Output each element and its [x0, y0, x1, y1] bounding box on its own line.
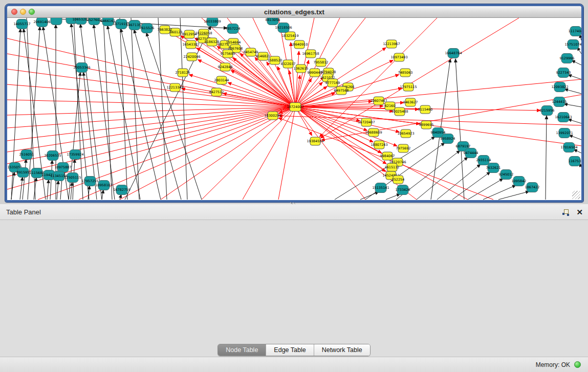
graph-node[interactable]: 8427512 — [209, 88, 224, 96]
graph-node[interactable]: 13992071 — [556, 128, 573, 138]
graph-node[interactable]: 7663822 — [158, 26, 172, 34]
graph-node[interactable]: 1117404 — [569, 27, 581, 36]
graph-node[interactable]: 16961758 — [302, 50, 319, 58]
graph-node[interactable]: 18325419 — [281, 32, 298, 40]
graph-node[interactable]: 15751074 — [564, 40, 581, 50]
graph-node[interactable]: 1733426 — [396, 185, 410, 195]
graph-node[interactable]: 7955812 — [314, 58, 329, 67]
graph-node[interactable]: 19384554 — [307, 137, 323, 145]
black-edge — [11, 172, 14, 200]
node-label: 1527602 — [87, 18, 102, 22]
graph-node[interactable]: 116753 — [569, 157, 581, 166]
graph-node[interactable]: 7485063 — [398, 69, 413, 77]
node-label: 12213967 — [383, 42, 400, 46]
graph-node[interactable]: 9227343 — [556, 68, 571, 78]
graph-node[interactable]: 9242848 — [218, 63, 233, 71]
graph-node[interactable]: 8186328 — [205, 38, 220, 46]
black-edge — [564, 104, 581, 107]
graph-node[interactable]: 20691406 — [33, 18, 50, 27]
black-edge — [158, 18, 167, 200]
graph-node[interactable]: 1615132 — [385, 163, 400, 171]
graph-node[interactable]: 17016504 — [560, 143, 577, 152]
zoom-traffic-light[interactable] — [29, 9, 35, 15]
graph-node[interactable]: 6497568 — [334, 86, 349, 95]
node-label: 9840954 — [431, 130, 446, 135]
graph-node[interactable]: 16648784 — [445, 49, 462, 58]
graph-node[interactable]: 9175685 — [221, 50, 235, 58]
tab-edge-table[interactable]: Edge Table — [266, 344, 314, 356]
node-label: 7663822 — [158, 28, 172, 32]
graph-node[interactable]: 8813054 — [266, 18, 280, 25]
node-label: 1588520 — [268, 58, 282, 62]
graph-node[interactable]: 19218506 — [275, 23, 292, 33]
graph-node[interactable]: 14055717 — [13, 19, 30, 29]
memory-status-label: Memory: OK — [536, 361, 570, 368]
minimize-traffic-light[interactable] — [20, 9, 26, 15]
black-edge — [569, 135, 581, 140]
graph-node[interactable]: 252254 — [392, 176, 405, 184]
graph-node[interactable]: 1527602 — [87, 18, 102, 25]
graph-node[interactable]: 891595 — [17, 168, 30, 178]
graph-node[interactable]: 12213967 — [383, 40, 400, 48]
graph-node[interactable]: 10975887 — [54, 163, 71, 172]
node-label: 2516051 — [19, 152, 34, 157]
graph-node[interactable]: 12093822 — [551, 82, 568, 92]
network-canvas[interactable]: 8860123891295418226058982750316543382818… — [7, 18, 581, 200]
graph-node[interactable]: 10654923 — [397, 129, 414, 138]
graph-node[interactable]: 7632621 — [486, 163, 501, 173]
graph-node[interactable]: 16033809 — [204, 18, 221, 27]
close-traffic-light[interactable] — [11, 9, 17, 15]
graph-node[interactable]: 20206535 — [44, 151, 61, 161]
graph-node[interactable]: 8958924 — [441, 134, 455, 144]
graph-node[interactable]: 1244415 — [552, 97, 567, 107]
graph-node[interactable]: 18807243 — [371, 141, 387, 149]
graph-node[interactable]: 1095842 — [512, 177, 527, 186]
table-panel: Table Panel ✕ — [0, 204, 588, 372]
graph-node[interactable]: 8215956 — [540, 106, 555, 116]
graph-node[interactable]: 10973493 — [390, 53, 407, 61]
graph-node[interactable]: 18640910 — [291, 40, 308, 49]
graph-node[interactable] — [51, 18, 62, 25]
graph-node[interactable]: 15720407 — [358, 118, 375, 126]
graph-node[interactable]: 7615526 — [140, 24, 155, 33]
node-label: 252254 — [392, 178, 405, 182]
tab-node-table[interactable]: Node Table — [218, 344, 266, 356]
float-panel-icon[interactable] — [562, 209, 569, 215]
graph-node[interactable]: 17359924 — [67, 150, 83, 160]
graph-node[interactable]: 7975692 — [396, 144, 411, 152]
graph-node[interactable]: 1362615 — [294, 64, 309, 73]
graph-node[interactable]: 8912954 — [182, 30, 197, 38]
graph-node[interactable]: 16210643 — [555, 113, 572, 122]
graph-node[interactable]: 9115460 — [418, 105, 433, 114]
node-label: 20053346 — [73, 65, 90, 70]
graph-node[interactable]: 9245012 — [499, 170, 514, 180]
graph-node[interactable]: 1588520 — [268, 56, 282, 64]
graph-node[interactable]: 2803144 — [214, 76, 229, 84]
node-label: 8454749 — [244, 50, 258, 54]
graph-node[interactable]: 7857224 — [226, 24, 241, 34]
graph-node[interactable]: 9463627 — [403, 98, 418, 106]
node-label: 17975115 — [400, 85, 417, 89]
graph-node[interactable]: 2718126 — [176, 69, 190, 77]
red-edge — [291, 42, 295, 107]
tab-network-table[interactable]: Network Table — [314, 344, 370, 356]
graph-node[interactable]: 9474444 — [464, 148, 478, 158]
window-resize-grip[interactable] — [572, 191, 580, 199]
graph-node[interactable]: 10688609 — [365, 128, 382, 137]
graph-node[interactable]: 2516051 — [19, 150, 34, 160]
table-panel-title: Table Panel — [0, 208, 41, 216]
node-label: 8958924 — [441, 137, 455, 141]
node-label: 7615526 — [140, 26, 155, 30]
graph-node[interactable]: 22420046 — [183, 53, 200, 61]
graph-node[interactable]: 1867422 — [525, 183, 540, 192]
graph-node[interactable]: 62160 — [385, 102, 396, 110]
graph-node[interactable]: 9777169 — [325, 79, 340, 87]
graph-node[interactable]: 9899695 — [419, 121, 434, 129]
network-window-titlebar[interactable]: citations_edges.txt — [7, 6, 581, 18]
black-edge — [386, 194, 400, 200]
graph-node[interactable]: 17975115 — [400, 83, 417, 91]
graph-node[interactable]: 9984067 — [380, 152, 395, 160]
close-icon[interactable]: ✕ — [576, 208, 583, 216]
table-tabbar: Node TableEdge TableNetwork Table — [0, 344, 588, 356]
graph-node[interactable]: 9129966 — [560, 54, 575, 63]
